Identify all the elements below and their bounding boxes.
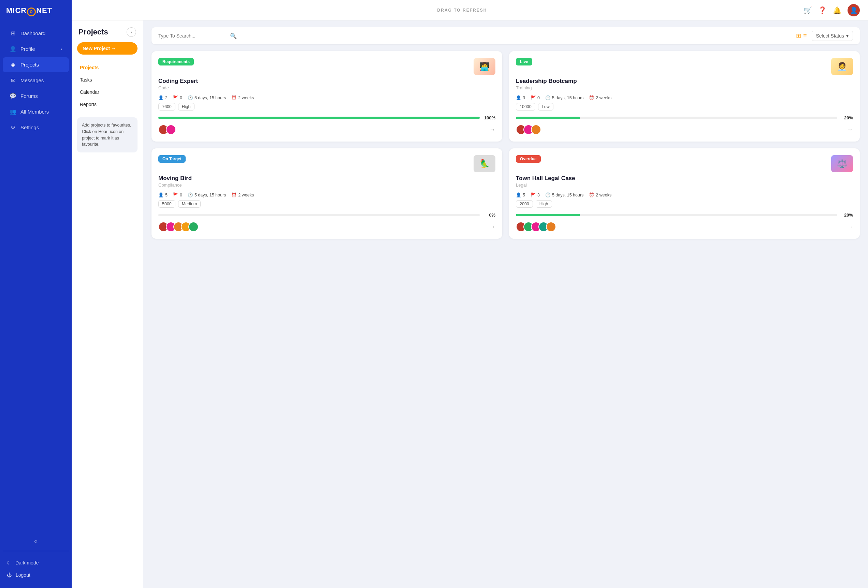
issues-count: 0 bbox=[180, 193, 182, 197]
meta-duration: 🕐 5 days, 15 hours bbox=[545, 95, 583, 100]
search-icon: 🔍 bbox=[230, 33, 237, 39]
sidebar-item-settings[interactable]: ⚙ Settings bbox=[3, 120, 69, 135]
sidebar-item-dashboard[interactable]: ⊞ Dashboard bbox=[3, 26, 69, 41]
project-badge: Requirements bbox=[158, 58, 194, 65]
members-icon: 👤 bbox=[516, 95, 521, 100]
sidebar-item-label: Forums bbox=[21, 93, 38, 99]
progress-label: 20% bbox=[841, 212, 853, 218]
status-select[interactable]: Select Status ▾ bbox=[812, 31, 853, 41]
search-input[interactable] bbox=[158, 33, 227, 38]
progress-bar-fill bbox=[158, 116, 480, 119]
duration-value: 5 days, 15 hours bbox=[552, 96, 583, 100]
meta-members: 👤 2 bbox=[158, 95, 168, 100]
members-icon: 👤 bbox=[158, 95, 164, 100]
project-subtitle: Compliance bbox=[158, 183, 495, 187]
dark-mode-label: Dark mode bbox=[15, 560, 38, 566]
sidebar-item-label: All Members bbox=[21, 109, 49, 115]
duration-icon: 🕐 bbox=[545, 95, 551, 100]
priority-tag: High bbox=[178, 103, 195, 111]
sidebar-item-projects[interactable]: ◈ Projects bbox=[3, 57, 69, 72]
progress-bar-bg bbox=[516, 116, 837, 119]
help-icon[interactable]: ❓ bbox=[818, 6, 827, 14]
priority-tag: Low bbox=[538, 103, 554, 111]
issues-count: 0 bbox=[537, 96, 540, 100]
topbar-actions: 🛒 ❓ 🔔 👤 bbox=[803, 4, 860, 16]
meta-issues: 🚩 0 bbox=[173, 192, 182, 197]
progress-bar-bg bbox=[158, 116, 480, 119]
meta-duration: 🕐 5 days, 15 hours bbox=[187, 95, 226, 100]
meta-issues: 🚩 0 bbox=[531, 95, 540, 100]
projects-icon: ◈ bbox=[10, 61, 16, 68]
grid-view-icon[interactable]: ⊞ bbox=[796, 32, 801, 40]
sidebar-item-profile[interactable]: 👤 Profile › bbox=[3, 41, 69, 57]
card-top: On Target 🦜 bbox=[158, 155, 495, 172]
deadline-value: 2 weeks bbox=[596, 193, 611, 197]
profile-icon: 👤 bbox=[10, 46, 16, 53]
expand-button[interactable]: › bbox=[127, 27, 136, 37]
new-project-label: New Project → bbox=[83, 46, 116, 51]
logout-button[interactable]: ⏻ Logout bbox=[3, 569, 69, 581]
project-card-town-hall: Overdue ⚖️ Town Hall Legal Case Legal 👤 … bbox=[509, 148, 860, 239]
card-tags: 2000 High bbox=[516, 200, 853, 208]
collapse-button[interactable]: « bbox=[6, 534, 66, 548]
meta-members: 👤 5 bbox=[516, 192, 525, 197]
budget-tag: 5000 bbox=[158, 200, 176, 208]
left-nav-tasks[interactable]: Tasks bbox=[72, 74, 143, 86]
project-card-leadership-bootcamp: Live 🧑‍💼 Leadership Bootcamp Training 👤 … bbox=[509, 51, 860, 141]
logo-o: O bbox=[27, 7, 36, 16]
status-select-label: Select Status bbox=[816, 33, 844, 38]
members-icon: 👤 bbox=[516, 192, 521, 197]
left-nav-reports[interactable]: Reports bbox=[72, 98, 143, 111]
project-thumbnail: 🦜 bbox=[474, 155, 495, 172]
main-area: DRAG TO REFRESH 🛒 ❓ 🔔 👤 Projects › New P… bbox=[72, 0, 868, 588]
sidebar-item-label: Profile bbox=[21, 46, 35, 52]
user-avatar[interactable]: 👤 bbox=[847, 4, 860, 16]
project-title: Coding Expert bbox=[158, 78, 495, 85]
sidebar-item-all-members[interactable]: 👥 All Members bbox=[3, 105, 69, 119]
sidebar-item-forums[interactable]: 💬 Forums bbox=[3, 89, 69, 104]
dark-mode-button[interactable]: ☾ Dark mode bbox=[3, 557, 69, 569]
project-badge: Overdue bbox=[516, 155, 541, 163]
nav-items: ⊞ Dashboard 👤 Profile › ◈ Projects ✉ Mes… bbox=[0, 22, 72, 532]
progress-bar-fill bbox=[516, 116, 580, 119]
card-top: Requirements 👩‍💻 bbox=[158, 58, 495, 75]
issues-icon: 🚩 bbox=[173, 192, 179, 197]
avatar bbox=[166, 124, 176, 135]
project-subtitle: Training bbox=[516, 85, 853, 90]
project-title: Town Hall Legal Case bbox=[516, 175, 853, 182]
projects-grid: Requirements 👩‍💻 Coding Expert Code 👤 2 … bbox=[152, 51, 860, 239]
project-title: Moving Bird bbox=[158, 175, 495, 182]
deadline-icon: ⏰ bbox=[589, 95, 594, 100]
project-subtitle: Code bbox=[158, 85, 495, 90]
project-arrow-button[interactable]: → bbox=[489, 223, 495, 231]
duration-icon: 🕐 bbox=[187, 95, 193, 100]
deadline-value: 2 weeks bbox=[238, 193, 254, 197]
panel-title: Projects bbox=[78, 28, 108, 37]
project-arrow-button[interactable]: → bbox=[847, 223, 853, 231]
project-thumbnail: ⚖️ bbox=[831, 155, 853, 172]
card-footer: → bbox=[516, 124, 853, 135]
list-view-icon[interactable]: ≡ bbox=[803, 32, 807, 40]
meta-deadline: ⏰ 2 weeks bbox=[231, 95, 254, 100]
project-arrow-button[interactable]: → bbox=[489, 126, 495, 133]
sidebar-item-messages[interactable]: ✉ Messages bbox=[3, 73, 69, 88]
budget-tag: 7600 bbox=[158, 103, 176, 111]
new-project-button[interactable]: New Project → bbox=[77, 42, 137, 55]
dashboard-icon: ⊞ bbox=[10, 30, 16, 37]
project-title: Leadership Bootcamp bbox=[516, 78, 853, 85]
duration-icon: 🕐 bbox=[545, 192, 551, 197]
project-arrow-button[interactable]: → bbox=[847, 126, 853, 133]
notification-icon[interactable]: 🔔 bbox=[833, 6, 841, 14]
sidebar-item-label: Projects bbox=[21, 62, 39, 68]
avatars bbox=[516, 222, 556, 232]
card-top: Overdue ⚖️ bbox=[516, 155, 853, 172]
meta-duration: 🕐 5 days, 15 hours bbox=[187, 192, 226, 197]
meta-issues: 🚩 3 bbox=[531, 192, 540, 197]
meta-duration: 🕐 5 days, 15 hours bbox=[545, 192, 583, 197]
panel-header: Projects › bbox=[72, 27, 143, 42]
left-nav-projects[interactable]: Projects bbox=[72, 61, 143, 74]
cart-icon[interactable]: 🛒 bbox=[803, 6, 812, 14]
card-tags: 10000 Low bbox=[516, 103, 853, 111]
left-nav-calendar[interactable]: Calendar bbox=[72, 86, 143, 98]
collapse-section: « bbox=[0, 531, 72, 551]
